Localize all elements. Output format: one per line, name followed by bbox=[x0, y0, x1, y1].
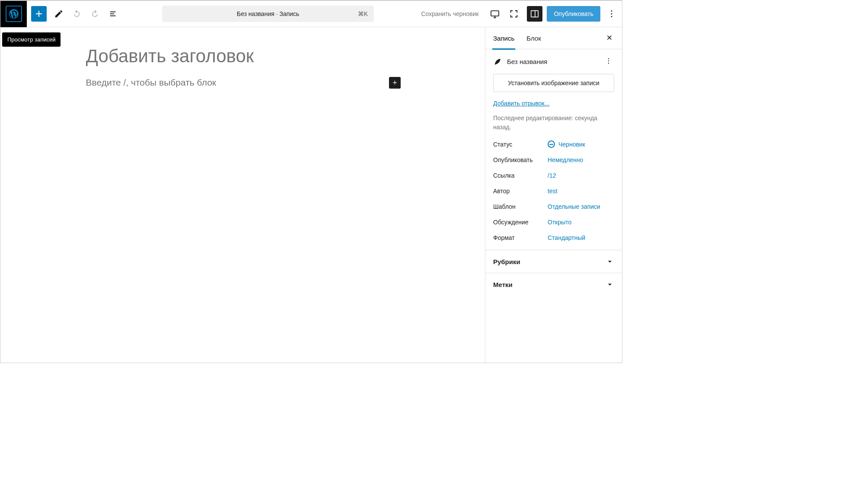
undo-icon bbox=[72, 9, 82, 19]
toolbar-left-group bbox=[47, 6, 121, 22]
post-title-label: Без названия bbox=[507, 58, 547, 65]
last-edited-text: Последнее редактирование: секунда назад. bbox=[493, 114, 614, 132]
close-settings-button[interactable] bbox=[603, 31, 616, 45]
editor-topbar: Без названия · Запись ⌘K Сохранить черно… bbox=[0, 1, 622, 27]
workspace: Запись Блок Без названия Установить изоб… bbox=[0, 27, 622, 363]
svg-rect-2 bbox=[110, 16, 116, 16]
settings-tabs: Запись Блок bbox=[485, 27, 622, 49]
plus-icon bbox=[392, 79, 398, 86]
more-vertical-icon bbox=[607, 9, 616, 19]
document-overview-button[interactable] bbox=[105, 6, 121, 22]
feather-icon bbox=[493, 57, 502, 66]
undo-button[interactable] bbox=[69, 6, 85, 22]
row-format: Формат Стандартный bbox=[493, 234, 614, 241]
label-discussion: Обсуждение bbox=[493, 219, 548, 226]
row-discussion: Обсуждение Открыто bbox=[493, 219, 614, 226]
paragraph-block-input[interactable] bbox=[85, 77, 389, 88]
svg-point-6 bbox=[611, 10, 612, 12]
draft-status-icon bbox=[548, 140, 555, 148]
row-author: Автор test bbox=[493, 188, 614, 195]
document-bar[interactable]: Без названия · Запись ⌘K bbox=[162, 6, 374, 22]
svg-rect-4 bbox=[531, 11, 539, 17]
wp-logo-tooltip: Просмотр записей bbox=[2, 32, 61, 47]
value-link[interactable]: /12 bbox=[548, 172, 556, 179]
command-shortcut: ⌘K bbox=[358, 10, 368, 17]
set-featured-image-button[interactable]: Установить изображение записи bbox=[493, 74, 614, 92]
wp-logo-button[interactable] bbox=[0, 1, 27, 27]
editor-canvas-wrapper bbox=[0, 27, 485, 363]
expand-icon bbox=[509, 9, 519, 19]
tab-block[interactable]: Блок bbox=[520, 27, 547, 49]
redo-button[interactable] bbox=[87, 6, 103, 22]
toolbar-right-group: Сохранить черновик Опубликовать bbox=[415, 5, 622, 22]
settings-sidebar: Запись Блок Без названия Установить изоб… bbox=[485, 27, 622, 363]
post-summary-panel: Без названия Установить изображение запи… bbox=[485, 49, 622, 250]
value-author[interactable]: test bbox=[548, 188, 558, 195]
value-format[interactable]: Стандартный bbox=[548, 234, 585, 241]
section-categories[interactable]: Рубрики bbox=[485, 250, 622, 273]
label-status: Статус bbox=[493, 141, 548, 148]
settings-sidebar-toggle[interactable] bbox=[527, 6, 542, 22]
list-view-icon bbox=[108, 9, 118, 19]
section-tags[interactable]: Метки bbox=[485, 273, 622, 296]
post-title-row: Без названия bbox=[493, 55, 614, 68]
fullscreen-button[interactable] bbox=[505, 5, 523, 22]
value-discussion[interactable]: Открыто bbox=[548, 219, 571, 226]
svg-point-11 bbox=[608, 63, 609, 64]
svg-point-7 bbox=[611, 13, 612, 15]
value-status[interactable]: Черновик bbox=[548, 140, 585, 148]
block-inserter-button[interactable] bbox=[31, 6, 47, 22]
redo-icon bbox=[90, 9, 100, 19]
label-author: Автор bbox=[493, 188, 548, 195]
desktop-icon bbox=[490, 9, 500, 19]
post-actions-button[interactable] bbox=[603, 55, 614, 68]
section-categories-label: Рубрики bbox=[493, 258, 520, 265]
section-tags-label: Метки bbox=[493, 281, 513, 288]
save-draft-button[interactable]: Сохранить черновик bbox=[415, 6, 485, 22]
post-title-input[interactable] bbox=[85, 45, 401, 68]
close-icon bbox=[606, 34, 613, 41]
label-link: Ссылка bbox=[493, 172, 548, 179]
inline-inserter-button[interactable] bbox=[389, 77, 401, 89]
wordpress-icon bbox=[8, 8, 19, 19]
row-publish: Опубликовать Немедленно bbox=[493, 156, 614, 163]
svg-point-10 bbox=[608, 61, 609, 61]
value-template[interactable]: Отдельные записи bbox=[548, 203, 600, 210]
document-title: Без названия · Запись bbox=[237, 10, 300, 17]
svg-point-9 bbox=[608, 58, 609, 59]
options-button[interactable] bbox=[604, 6, 619, 22]
pencil-icon bbox=[54, 9, 64, 19]
chevron-down-icon bbox=[606, 280, 614, 289]
label-template: Шаблон bbox=[493, 203, 548, 210]
row-status: Статус Черновик bbox=[493, 140, 614, 148]
tools-button[interactable] bbox=[51, 6, 67, 22]
row-link: Ссылка /12 bbox=[493, 172, 614, 179]
first-block-row bbox=[85, 77, 401, 89]
label-format: Формат bbox=[493, 234, 548, 241]
preview-button[interactable] bbox=[486, 5, 504, 22]
label-publish: Опубликовать bbox=[493, 156, 548, 163]
chevron-down-icon bbox=[606, 257, 614, 266]
svg-rect-0 bbox=[110, 12, 116, 13]
publish-button[interactable]: Опубликовать bbox=[547, 6, 600, 22]
editor-canvas bbox=[85, 45, 401, 89]
toolbar-center: Без названия · Запись ⌘K bbox=[121, 6, 415, 22]
svg-rect-3 bbox=[491, 11, 499, 16]
add-excerpt-link[interactable]: Добавить отрывок... bbox=[493, 100, 549, 107]
tab-post[interactable]: Запись bbox=[487, 27, 520, 49]
more-vertical-icon bbox=[605, 57, 612, 65]
svg-rect-1 bbox=[110, 13, 114, 14]
row-template: Шаблон Отдельные записи bbox=[493, 203, 614, 210]
value-publish[interactable]: Немедленно bbox=[548, 156, 583, 163]
sidebar-icon bbox=[530, 9, 539, 19]
svg-point-8 bbox=[611, 16, 612, 17]
